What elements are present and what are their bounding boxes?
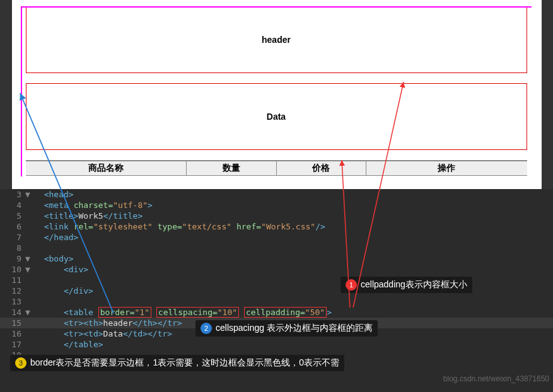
attr-cellpadding-box: cellpadding="50" [244, 307, 327, 318]
attr-cellspacing-box: cellspacing="10" [156, 307, 239, 318]
columns-row: 商品名称 数量 价格 操作 [26, 160, 527, 176]
table-data-cell: Data [26, 83, 527, 150]
badge-1-icon: 1 [346, 279, 357, 291]
col-name: 商品名称 [26, 161, 187, 175]
col-action: 操作 [366, 161, 527, 175]
rendered-preview: header Data 商品名称 数量 价格 操作 [12, 0, 542, 189]
annotation-1: 1 cellpadding表示内容框大小 [341, 277, 472, 293]
fold-icon[interactable]: ▼ [25, 253, 34, 264]
col-qty: 数量 [187, 161, 276, 175]
watermark: blog.csdn.net/weixin_43871650 [443, 374, 549, 383]
table-header-cell: header [26, 6, 527, 73]
attr-border-box: border="1" [98, 307, 151, 318]
highlight-top [21, 6, 532, 8]
highlight-left [21, 6, 22, 176]
fold-icon[interactable]: ▼ [25, 307, 34, 318]
col-price: 价格 [277, 161, 366, 175]
badge-3-icon: 3 [15, 357, 26, 369]
annotation-3: 3 border表示是否需要显示边框，1表示需要，这时边框会显示黑色线，0表示不… [10, 355, 344, 371]
fold-icon[interactable]: ▼ [25, 264, 34, 275]
badge-2-icon: 2 [201, 323, 212, 334]
annotation-2: 2 cellspacingg 表示外边框与内容框的距离 [195, 320, 378, 337]
fold-icon[interactable]: ▼ [25, 189, 34, 200]
